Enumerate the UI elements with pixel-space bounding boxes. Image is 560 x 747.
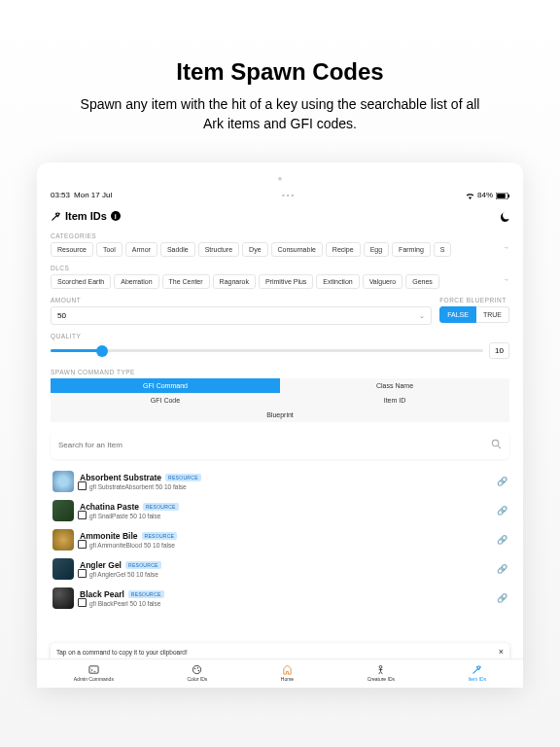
svg-point-10 — [379, 665, 382, 668]
item-thumbnail — [52, 500, 74, 521]
category-chip[interactable]: Structure — [198, 242, 239, 257]
home-icon — [281, 663, 293, 675]
resource-badge: RESOURCE — [143, 503, 179, 511]
status-bar: 03:53 Mon 17 Jul ••• 84% — [51, 191, 509, 199]
force-blueprint-label: FORCE BLUEPRINT — [439, 297, 509, 303]
dlc-chip[interactable]: Valguero — [363, 274, 403, 289]
categories-section: CATEGORIES Resource Tool Armor Saddle St… — [51, 232, 509, 257]
command-type-section: SPAWN COMMAND TYPE GFI Command Class Nam… — [51, 369, 509, 422]
tab-creature-ids[interactable]: Creature IDs — [368, 663, 395, 682]
slider-thumb[interactable] — [96, 345, 108, 357]
search-icon — [491, 436, 502, 453]
pager-indicator: ● — [51, 174, 509, 183]
quality-slider[interactable] — [51, 345, 483, 357]
info-icon[interactable]: i — [111, 211, 121, 221]
item-list: Absorbent Substrate RESOURCE gfi Substra… — [51, 467, 509, 613]
dlcs-row[interactable]: Scorched Earth Aberration The Center Rag… — [51, 274, 509, 289]
category-chip[interactable]: Armor — [125, 242, 158, 257]
item-thumbnail — [52, 471, 74, 492]
tab-home[interactable]: Home — [281, 663, 294, 682]
list-item[interactable]: Angler Gel RESOURCE gfi AnglerGel 50 10 … — [51, 554, 509, 584]
category-chip[interactable]: Recipe — [326, 242, 361, 257]
tab-label: Home — [281, 676, 294, 682]
link-icon[interactable]: 🔗 — [497, 535, 508, 545]
dlc-chip[interactable]: Ragnarok — [213, 274, 256, 289]
svg-point-3 — [492, 441, 498, 446]
cmd-gfi-code[interactable]: GFI Code — [51, 393, 280, 408]
page-header: Item IDs i — [51, 207, 509, 225]
item-command[interactable]: gfi AnglerGel 50 10 false — [89, 571, 158, 578]
link-icon[interactable]: 🔗 — [497, 506, 508, 516]
resource-badge: RESOURCE — [125, 561, 161, 569]
category-chip[interactable]: Resource — [51, 242, 93, 257]
item-command[interactable]: gfi SnailPaste 50 10 false — [89, 513, 160, 519]
item-thumbnail — [52, 587, 74, 609]
link-icon[interactable]: 🔗 — [497, 593, 508, 603]
dlc-chip[interactable]: Genes — [405, 274, 439, 289]
quality-section: QUALITY 10 — [51, 333, 509, 359]
search-input[interactable] — [58, 441, 491, 449]
item-name: Achatina Paste — [80, 502, 139, 512]
amount-select[interactable]: 50 ⌄ — [51, 306, 432, 325]
item-command[interactable]: gfi BlackPearl 50 10 false — [89, 600, 160, 607]
svg-point-6 — [193, 665, 201, 673]
svg-rect-2 — [508, 195, 509, 197]
device-frame: ● 03:53 Mon 17 Jul ••• 84% Item IDs i CA… — [37, 162, 523, 688]
toast-close-button[interactable]: × — [499, 647, 504, 657]
item-thumbnail — [52, 529, 74, 551]
category-chip[interactable]: S — [434, 242, 452, 257]
battery-icon — [496, 191, 509, 199]
resource-badge: RESOURCE — [128, 590, 164, 598]
dark-mode-toggle[interactable] — [498, 207, 509, 225]
link-icon[interactable]: 🔗 — [497, 477, 508, 486]
wifi-icon — [466, 191, 474, 199]
svg-point-8 — [197, 667, 198, 668]
dlc-chip[interactable]: The Center — [162, 274, 210, 289]
ellipsis-icon[interactable]: ••• — [112, 191, 466, 199]
dlc-chip[interactable]: Extinction — [316, 274, 359, 289]
copy-icon — [80, 571, 87, 578]
palette-icon — [192, 663, 203, 675]
tab-item-ids[interactable]: Item IDs — [469, 663, 487, 682]
blueprint-true-button[interactable]: TRUE — [476, 306, 509, 323]
cmd-gfi-command[interactable]: GFI Command — [51, 378, 280, 393]
command-type-grid: GFI Command Class Name GFI Code Item ID … — [51, 378, 509, 422]
tab-label: Creature IDs — [368, 676, 395, 682]
list-item[interactable]: Black Pearl RESOURCE gfi BlackPearl 50 1… — [51, 584, 509, 613]
tab-admin-commands[interactable]: Admin Commands — [74, 663, 114, 682]
item-command[interactable]: gfi AmmoniteBlood 50 10 false — [89, 542, 175, 549]
link-icon[interactable]: 🔗 — [497, 564, 508, 574]
quality-value[interactable]: 10 — [489, 342, 509, 359]
svg-rect-1 — [497, 194, 506, 198]
category-chip[interactable]: Dye — [242, 242, 267, 257]
cmd-class-name[interactable]: Class Name — [280, 378, 509, 393]
category-chip[interactable]: Saddle — [160, 242, 195, 257]
copy-icon — [80, 600, 87, 607]
pickaxe-icon — [51, 210, 61, 223]
amount-group: AMOUNT 50 ⌄ — [51, 297, 432, 325]
dlcs-label: DLCS — [51, 265, 509, 271]
dlc-chip[interactable]: Primitive Plus — [259, 274, 313, 289]
list-item[interactable]: Achatina Paste RESOURCE gfi SnailPaste 5… — [51, 496, 509, 525]
list-item[interactable]: Absorbent Substrate RESOURCE gfi Substra… — [51, 467, 509, 496]
category-chip[interactable]: Tool — [96, 242, 122, 257]
copy-icon — [80, 513, 87, 519]
dlc-chip[interactable]: Scorched Earth — [51, 274, 111, 289]
categories-row[interactable]: Resource Tool Armor Saddle Structure Dye… — [51, 242, 509, 257]
category-chip[interactable]: Egg — [364, 242, 389, 257]
search-box[interactable] — [51, 430, 509, 459]
item-name: Ammonite Bile — [80, 531, 138, 541]
cmd-item-id[interactable]: Item ID — [280, 393, 509, 408]
category-chip[interactable]: Consumable — [271, 242, 323, 257]
cmd-blueprint[interactable]: Blueprint — [51, 408, 509, 422]
terminal-icon — [88, 663, 99, 675]
svg-point-9 — [198, 669, 199, 670]
blueprint-toggle: FALSE TRUE — [439, 306, 509, 323]
tab-color-ids[interactable]: Color IDs — [187, 663, 207, 682]
list-item[interactable]: Ammonite Bile RESOURCE gfi AmmoniteBlood… — [51, 525, 509, 554]
item-command[interactable]: gfi SubstrateAbsorbent 50 10 false — [89, 483, 187, 490]
copy-icon — [80, 483, 87, 490]
dlc-chip[interactable]: Aberration — [114, 274, 158, 289]
blueprint-false-button[interactable]: FALSE — [439, 306, 476, 323]
category-chip[interactable]: Farming — [392, 242, 431, 257]
